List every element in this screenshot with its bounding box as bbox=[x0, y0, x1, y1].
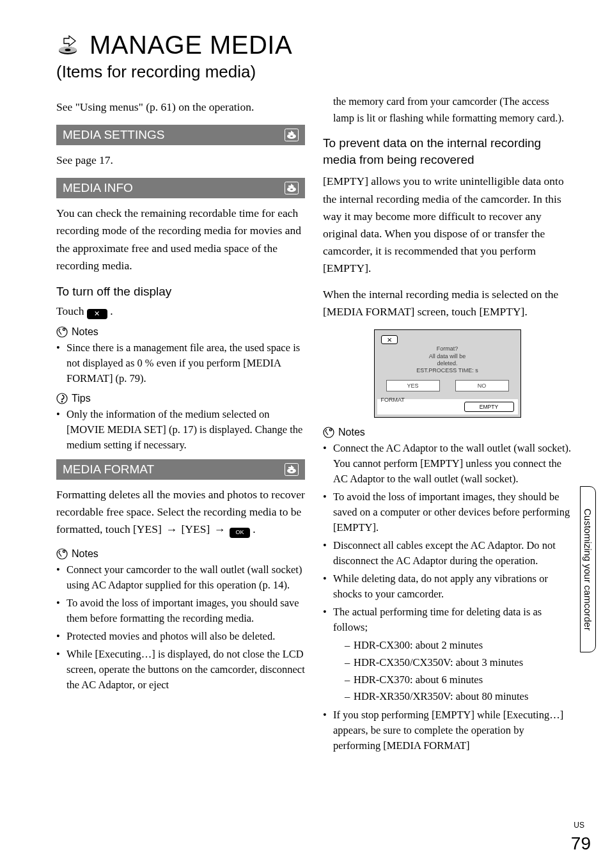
list-item: HDR-CX300: about 2 minutes bbox=[345, 637, 572, 654]
notes-label: Notes bbox=[72, 326, 98, 338]
notes-header: Notes bbox=[56, 548, 305, 560]
media-info-body: You can check the remaining recordable t… bbox=[56, 205, 305, 274]
list-item: Connect your camcorder to the wall outle… bbox=[56, 562, 305, 593]
screen-line: Format? bbox=[375, 345, 520, 352]
notes-list-3: Connect the AC Adaptor to the wall outle… bbox=[323, 441, 572, 753]
turn-off-heading: To turn off the display bbox=[56, 283, 305, 300]
notes-header: Notes bbox=[323, 427, 572, 438]
screen-close-button: ✕ bbox=[381, 335, 398, 344]
svg-point-11 bbox=[63, 329, 65, 330]
svg-rect-13 bbox=[61, 401, 63, 402]
arrow-right-icon: → bbox=[164, 523, 178, 536]
svg-point-22 bbox=[330, 429, 331, 430]
disc-icon bbox=[285, 129, 299, 141]
notes-label: Notes bbox=[72, 548, 98, 560]
arrow-right-icon: → bbox=[213, 523, 227, 536]
list-item: Protected movies and photos will also be… bbox=[56, 629, 305, 644]
close-icon bbox=[87, 309, 107, 319]
see-page-17: See page 17. bbox=[56, 152, 305, 169]
footer-region: US bbox=[574, 821, 584, 830]
ok-icon bbox=[230, 528, 250, 538]
disc-icon bbox=[285, 182, 299, 194]
list-item: HDR-CX350/CX350V: about 3 minutes bbox=[345, 654, 572, 671]
columns: See "Using menus" (p. 61) on the operati… bbox=[56, 93, 572, 759]
screen-no-button: NO bbox=[455, 380, 509, 391]
list-item-text: The actual performing time for deleting … bbox=[333, 606, 542, 633]
list-item: To avoid the loss of important images, t… bbox=[323, 489, 572, 535]
disc-icon bbox=[285, 463, 299, 476]
intro-text: See "Using menus" (p. 61) on the operati… bbox=[56, 99, 305, 116]
camcorder-screen: ✕ Format? All data will be deleted. EST.… bbox=[374, 329, 521, 418]
notes-icon bbox=[56, 326, 68, 338]
tips-header: Tips bbox=[56, 393, 305, 404]
list-item: While deleting data, do not apply any vi… bbox=[323, 571, 572, 602]
manage-media-icon bbox=[56, 35, 83, 58]
screen-line: EST.PROCESS TIME: s bbox=[375, 367, 520, 374]
list-item: Connect the AC Adaptor to the wall outle… bbox=[323, 441, 572, 487]
period: . bbox=[253, 523, 255, 535]
screen-message: Format? All data will be deleted. EST.PR… bbox=[375, 345, 520, 374]
empty-body: [EMPTY] allows you to write unintelligib… bbox=[323, 173, 572, 277]
media-format-bar: MEDIA FORMAT bbox=[56, 459, 305, 480]
list-item: If you stop performing [EMPTY] while [Ex… bbox=[323, 707, 572, 754]
left-column: See "Using menus" (p. 61) on the operati… bbox=[56, 93, 305, 759]
list-item: Since there is a management file area, t… bbox=[56, 340, 305, 386]
svg-point-16 bbox=[290, 470, 293, 471]
notes-icon bbox=[56, 548, 68, 560]
touch-label: Touch bbox=[56, 304, 87, 317]
list-item: HDR-CX370: about 6 minutes bbox=[345, 672, 572, 688]
svg-point-9 bbox=[57, 327, 67, 337]
page-title-row: MANAGE MEDIA bbox=[56, 31, 572, 59]
touch-line: Touch . bbox=[56, 302, 305, 320]
list-item: To avoid the loss of important images, y… bbox=[56, 596, 305, 626]
tips-list-1: Only the information of the medium selec… bbox=[56, 407, 305, 453]
list-item: HDR-XR350/XR350V: about 80 minutes bbox=[345, 688, 572, 705]
screen-format-label: FORMAT bbox=[381, 397, 405, 403]
list-item: Disconnect all cables except the AC Adap… bbox=[323, 538, 572, 569]
notes-icon bbox=[323, 427, 334, 438]
period: . bbox=[110, 304, 113, 317]
screen-yes-button: YES bbox=[386, 380, 440, 391]
page: MANAGE MEDIA (Items for recording media)… bbox=[0, 0, 610, 868]
section-bar-label: MEDIA FORMAT bbox=[63, 462, 154, 477]
notes-label: Notes bbox=[338, 427, 365, 438]
list-item: Only the information of the medium selec… bbox=[56, 407, 305, 453]
section-bar-label: MEDIA INFO bbox=[63, 181, 133, 195]
screen-empty-button: EMPTY bbox=[464, 402, 514, 412]
right-column: the memory card from your camcorder (The… bbox=[323, 93, 572, 759]
yes-label: [YES] bbox=[178, 523, 212, 535]
list-item: The actual performing time for deleting … bbox=[323, 604, 572, 705]
screen-line: All data will be bbox=[375, 353, 520, 360]
side-tab: Customizing your camcorder bbox=[580, 486, 596, 652]
media-settings-bar: MEDIA SETTINGS bbox=[56, 125, 305, 145]
notes-list-2: Connect your camcorder to the wall outle… bbox=[56, 562, 305, 692]
svg-point-20 bbox=[324, 427, 334, 438]
svg-point-17 bbox=[57, 549, 67, 559]
page-title: MANAGE MEDIA bbox=[90, 31, 292, 59]
prevent-heading: To prevent data on the internal recordin… bbox=[323, 135, 572, 168]
screen-line: deleted. bbox=[375, 360, 520, 367]
svg-point-19 bbox=[63, 551, 65, 552]
tips-label: Tips bbox=[72, 393, 91, 404]
when-selected-body: When the internal recording media is sel… bbox=[323, 286, 572, 320]
dash-list: HDR-CX300: about 2 minutes HDR-CX350/CX3… bbox=[333, 637, 572, 704]
tips-icon bbox=[56, 393, 68, 404]
svg-point-8 bbox=[290, 189, 293, 190]
svg-point-5 bbox=[290, 136, 293, 137]
continued-note: the memory card from your camcorder (The… bbox=[323, 93, 572, 126]
media-format-body: Formatting deletes all the movies and ph… bbox=[56, 486, 305, 539]
notes-header: Notes bbox=[56, 326, 305, 338]
svg-point-2 bbox=[65, 49, 71, 51]
media-info-bar: MEDIA INFO bbox=[56, 178, 305, 198]
notes-list-1: Since there is a management file area, t… bbox=[56, 340, 305, 386]
page-number: 79 bbox=[571, 833, 591, 854]
list-item: While [Executing…] is displayed, do not … bbox=[56, 647, 305, 693]
section-bar-label: MEDIA SETTINGS bbox=[63, 128, 164, 142]
page-subtitle: (Items for recording media) bbox=[56, 62, 572, 82]
